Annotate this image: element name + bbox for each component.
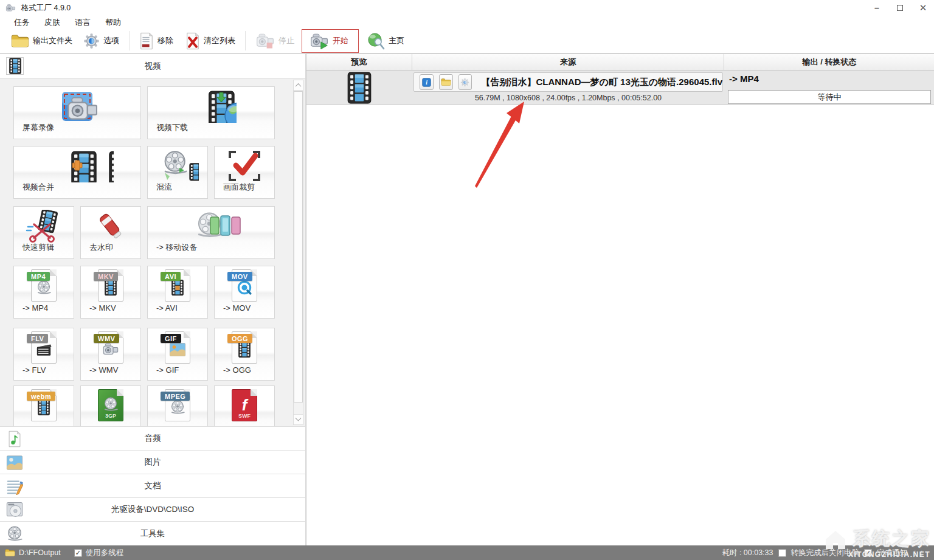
- video-download-icon: [148, 89, 274, 123]
- menu-skin[interactable]: 皮肤: [41, 16, 63, 29]
- multithread-checkbox[interactable]: ✓: [74, 549, 82, 557]
- info-icon: i: [422, 78, 431, 87]
- category-toolset[interactable]: 工具集: [0, 521, 306, 545]
- mkv-file-icon: MKV: [97, 269, 125, 303]
- tile-mobile-device[interactable]: -> 移动设备: [147, 206, 275, 259]
- menu-language[interactable]: 语言: [72, 16, 94, 29]
- shutdown-checkbox[interactable]: [778, 549, 786, 557]
- file-folder-button[interactable]: [439, 74, 453, 90]
- status-bar: D:\FFOutput ✓ 使用多线程 耗时 : 00:03:33 转换完成后关…: [0, 545, 934, 560]
- menu-help[interactable]: 帮助: [102, 16, 124, 29]
- minimize-button[interactable]: –: [872, 3, 882, 13]
- category-picture[interactable]: 图片: [0, 450, 306, 474]
- elapsed-time: 耗时 : 00:03:33: [722, 548, 773, 558]
- notify-checkbox[interactable]: ✓: [864, 549, 872, 557]
- scrollbar-thumb[interactable]: [294, 91, 303, 403]
- wmv-file-icon: WMV: [97, 331, 125, 365]
- options-button[interactable]: 选项: [80, 31, 123, 51]
- category-audio[interactable]: 音频: [0, 426, 306, 450]
- home-globe-icon: [367, 32, 385, 50]
- output-folder-button[interactable]: 输出文件夹: [7, 32, 76, 50]
- avi-file-icon: AVI: [164, 269, 192, 303]
- file-source-cell: i 【告别泪水】CLANNAD—梦の町 13光玉の物语.296045.flv: [413, 72, 723, 92]
- tile-to-gif[interactable]: GIF -> GIF: [147, 328, 208, 381]
- notify-label: 完成通知: [877, 548, 907, 558]
- folder-icon: [11, 33, 29, 49]
- tile-to-mkv[interactable]: MKV -> MKV: [80, 266, 141, 319]
- category-video-header[interactable]: 视频: [0, 54, 306, 78]
- threegp-file-icon: 3GP: [97, 389, 125, 423]
- tile-crop[interactable]: 画面裁剪: [214, 146, 275, 199]
- menu-task[interactable]: 任务: [11, 16, 33, 29]
- tile-video-download[interactable]: 视频下载: [147, 86, 275, 139]
- tile-to-mov[interactable]: MOV -> MOV: [214, 266, 275, 319]
- conversion-status-badge: 等待中: [728, 90, 931, 104]
- output-path[interactable]: D:\FFOutput: [19, 548, 61, 557]
- tile-video-merge[interactable]: 视频合并: [13, 146, 141, 199]
- shutdown-label: 转换完成后关闭电脑: [791, 548, 860, 558]
- file-name: 【告别泪水】CLANNAD—梦の町 13光玉の物语.296045.flv: [481, 77, 722, 88]
- remove-button[interactable]: 移除: [136, 30, 177, 52]
- remove-watermark-icon: [81, 209, 140, 243]
- close-button[interactable]: ✕: [918, 3, 928, 13]
- tile-to-avi[interactable]: AVI -> AVI: [147, 266, 208, 319]
- file-row[interactable]: i 【告别泪水】CLANNAD—梦の町 13光玉の物语.296045.flv 5…: [306, 71, 934, 105]
- maximize-button[interactable]: [895, 3, 905, 13]
- screen-record-icon: [14, 89, 140, 123]
- gear-icon: [83, 33, 100, 49]
- file-list-panel: 预览 来源 输出 / 转换状态 i 【告别泪水】CLANNAD—梦の町 13光玉…: [306, 54, 934, 545]
- sidebar-scrollbar[interactable]: [293, 80, 303, 425]
- crop-check-icon: [215, 149, 274, 183]
- tile-quick-clip[interactable]: 快速剪辑: [13, 206, 74, 259]
- quick-clip-icon: [14, 209, 74, 243]
- tile-to-ogg[interactable]: OGG -> OGG: [214, 328, 275, 381]
- toolbar: 输出文件夹 选项 移除 清空列表 停止 开: [0, 29, 934, 54]
- toolbar-separator: [245, 31, 246, 50]
- mpeg-file-icon: MPEG: [164, 389, 192, 423]
- scroll-down-button[interactable]: [294, 414, 303, 424]
- file-info-line: 56.79M , 1080x608 , 24.00fps , 1.20Mbps …: [413, 94, 723, 102]
- mp4-file-icon: MP4: [30, 269, 58, 303]
- tile-to-3gp[interactable]: 3GP: [80, 385, 141, 426]
- folder-icon: [441, 78, 451, 86]
- video-merge-icon: [14, 149, 140, 183]
- tile-to-swf[interactable]: f SWF: [214, 385, 275, 426]
- tile-mux[interactable]: 混流: [147, 146, 208, 199]
- tile-screen-record[interactable]: 屏幕录像: [13, 86, 141, 139]
- window-title: 格式工厂 4.9.0: [21, 3, 71, 13]
- multithread-label: 使用多线程: [86, 548, 124, 558]
- scroll-up-button[interactable]: [294, 80, 303, 91]
- file-preview-cell: [306, 71, 412, 105]
- svg-text:i: i: [426, 79, 427, 86]
- output-format: -> MP4: [729, 74, 759, 84]
- title-bar: 格式工厂 4.9.0 – ✕: [0, 0, 934, 16]
- file-info-button[interactable]: i: [420, 74, 434, 90]
- column-header-output[interactable]: 输出 / 转换状态: [724, 54, 934, 70]
- file-list-header: 预览 来源 输出 / 转换状态: [306, 54, 934, 71]
- category-document[interactable]: 文档: [0, 474, 306, 497]
- tile-to-flv[interactable]: FLV -> FLV: [13, 328, 74, 381]
- stop-button[interactable]: 停止: [252, 31, 298, 51]
- toolbar-separator: [129, 31, 130, 50]
- remove-document-icon: [139, 32, 154, 50]
- resize-grip[interactable]: ⋮⋮: [912, 550, 925, 556]
- clear-list-button[interactable]: 清空列表: [182, 30, 239, 52]
- tile-remove-watermark[interactable]: 去水印: [80, 206, 141, 259]
- column-header-source[interactable]: 来源: [412, 54, 724, 70]
- mobile-device-icon: [148, 209, 274, 243]
- file-settings-button[interactable]: [458, 74, 472, 90]
- output-folder-icon: [5, 548, 15, 557]
- category-optical-dvd-cd-iso[interactable]: 光驱设备\DVD\CD\ISO: [0, 497, 306, 521]
- sidebar: 视频 屏幕录像 视频下载: [0, 54, 306, 545]
- column-header-preview[interactable]: 预览: [306, 54, 412, 70]
- tile-to-mpeg[interactable]: MPEG: [147, 385, 208, 426]
- tile-to-wmv[interactable]: WMV -> WMV: [80, 328, 141, 381]
- tile-to-mp4[interactable]: MP4 -> MP4: [13, 266, 74, 319]
- start-button[interactable]: 开始: [306, 31, 352, 51]
- home-button[interactable]: 主页: [364, 30, 408, 52]
- video-tools-grid: 屏幕录像 视频下载 视频合并: [0, 78, 306, 426]
- tile-to-webm[interactable]: webm: [13, 385, 74, 426]
- film-preview-icon: [345, 72, 373, 104]
- mux-icon: [148, 149, 207, 183]
- mov-file-icon: MOV: [230, 269, 258, 303]
